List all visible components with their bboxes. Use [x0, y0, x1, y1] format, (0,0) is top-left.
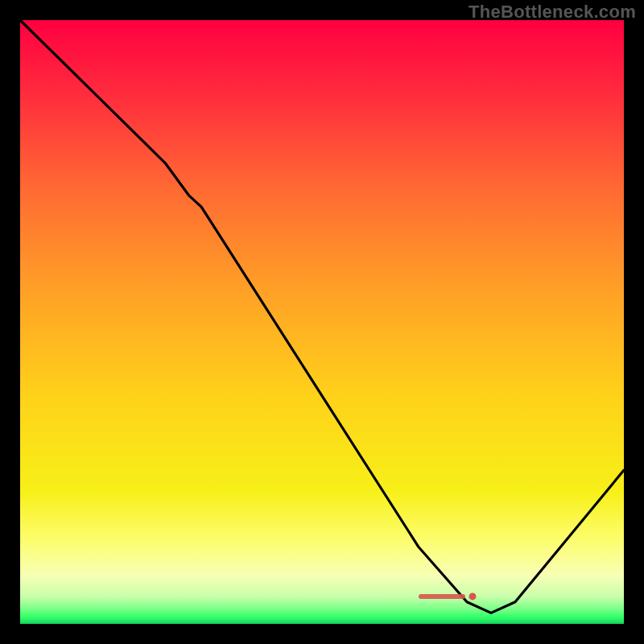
svg-point-1	[469, 592, 477, 600]
svg-rect-0	[419, 594, 465, 599]
chart-container: TheBottleneck.com	[0, 0, 644, 644]
watermark-text: TheBottleneck.com	[469, 2, 636, 23]
bottleneck-chart	[0, 0, 644, 644]
